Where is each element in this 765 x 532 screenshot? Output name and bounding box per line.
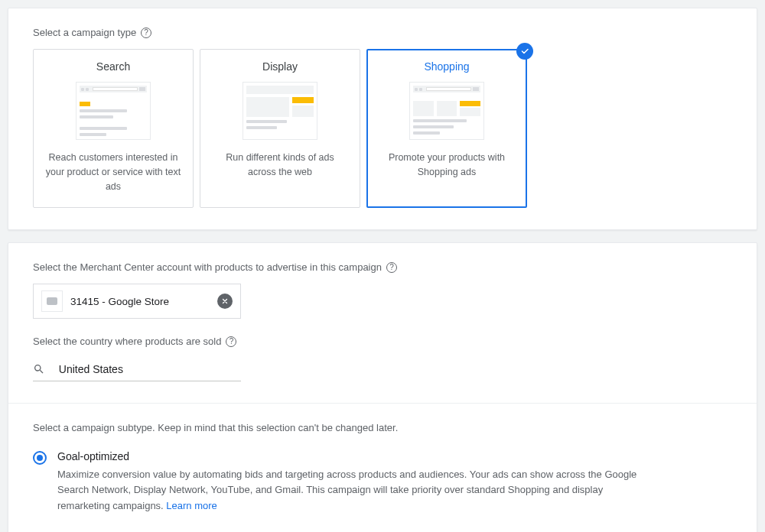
card-desc: Promote your products with Shopping ads — [375, 151, 519, 180]
search-mock-icon — [76, 82, 151, 140]
subtype-label-text: Select a campaign subtype. Keep in mind … — [33, 422, 398, 433]
campaign-type-panel: Select a campaign type ? Search Reach cu… — [8, 8, 757, 230]
check-icon — [516, 43, 533, 60]
merchant-label: Select the Merchant Center account with … — [33, 261, 732, 273]
campaign-type-card-display[interactable]: Display Run different kinds of ads acros… — [200, 49, 360, 208]
campaign-details-panel: Select the Merchant Center account with … — [8, 242, 757, 532]
campaign-type-cards: Search Reach customers interested in you… — [33, 49, 732, 208]
clear-icon[interactable] — [217, 294, 233, 309]
card-desc: Reach customers interested in your produ… — [41, 151, 185, 193]
merchant-label-text: Select the Merchant Center account with … — [33, 261, 382, 273]
card-desc: Run different kinds of ads across the we… — [208, 151, 352, 180]
campaign-type-label-text: Select a campaign type — [33, 27, 136, 38]
subtype-desc: Maximize conversion value by automating … — [57, 467, 654, 513]
campaign-type-label: Select a campaign type ? — [33, 27, 732, 38]
merchant-center-icon — [41, 290, 63, 312]
search-icon — [33, 362, 45, 376]
card-title: Shopping — [375, 60, 519, 73]
merchant-account-value: 31415 - Google Store — [70, 296, 169, 307]
subtype-desc-text: Maximize conversion value by automating … — [57, 469, 636, 511]
subtype-option-goal-optimized[interactable]: Goal-optimized Maximize conversion value… — [33, 450, 732, 513]
radio-checked-icon[interactable] — [33, 451, 47, 465]
merchant-account-chip[interactable]: 31415 - Google Store — [33, 284, 241, 319]
help-icon[interactable]: ? — [141, 28, 151, 38]
shopping-mock-icon — [409, 82, 484, 140]
country-label: Select the country where products are so… — [33, 336, 732, 347]
learn-more-link[interactable]: Learn more — [166, 500, 216, 511]
help-icon[interactable]: ? — [226, 336, 236, 347]
display-mock-icon — [243, 82, 317, 140]
card-title: Display — [208, 60, 352, 73]
country-select-row[interactable] — [33, 358, 241, 381]
campaign-type-card-search[interactable]: Search Reach customers interested in you… — [33, 49, 194, 208]
card-title: Search — [41, 60, 185, 73]
help-icon[interactable]: ? — [386, 262, 397, 273]
country-label-text: Select the country where products are so… — [33, 336, 221, 347]
subtype-label: Select a campaign subtype. Keep in mind … — [33, 422, 732, 433]
campaign-type-card-shopping[interactable]: Shopping Promot — [366, 49, 527, 208]
subtype-title: Goal-optimized — [57, 450, 654, 462]
country-input[interactable] — [57, 362, 241, 376]
